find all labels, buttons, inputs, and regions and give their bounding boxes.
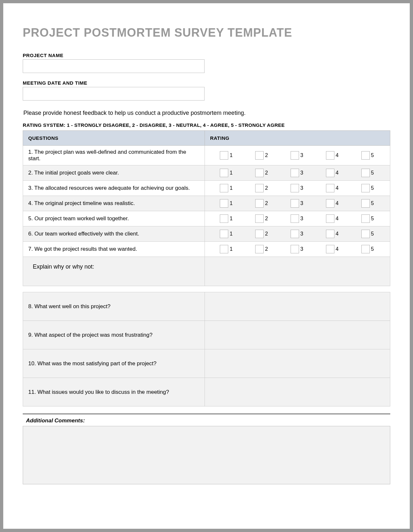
rating-option: 2: [255, 199, 269, 208]
rating-option: 4: [326, 184, 340, 192]
meeting-datetime-label: MEETING DATE AND TIME: [23, 80, 390, 86]
meeting-datetime-input[interactable]: [23, 87, 205, 101]
rating-checkbox[interactable]: [291, 184, 299, 192]
rating-checkbox[interactable]: [361, 245, 370, 253]
rating-number-label: 3: [300, 152, 304, 158]
table-row: 8. What went well on this project?: [23, 292, 390, 321]
question-text: 5. Our project team worked well together…: [23, 211, 205, 226]
open-questions-table: 8. What went well on this project?9. Wha…: [23, 292, 390, 406]
rating-checkbox[interactable]: [326, 245, 334, 253]
rating-option: 1: [220, 230, 233, 238]
rating-checkbox[interactable]: [361, 214, 370, 223]
rating-number-label: 3: [300, 231, 304, 237]
rating-checkbox[interactable]: [326, 184, 334, 192]
table-row: 6. Our team worked effectively with the …: [23, 226, 390, 242]
open-question-text: 9. What aspect of the project was most f…: [23, 321, 205, 349]
open-answer-cell[interactable]: [205, 349, 390, 378]
rating-number-label: 2: [265, 216, 269, 222]
rating-option: 4: [326, 199, 340, 208]
rating-checkbox[interactable]: [361, 151, 370, 160]
rating-checkbox[interactable]: [220, 230, 228, 238]
rating-number-label: 4: [336, 185, 340, 191]
rating-system-text: RATING SYSTEM: 1 - STRONGLY DISAGREE, 2 …: [23, 122, 390, 128]
question-text: 1. The project plan was well-defined and…: [23, 146, 205, 165]
additional-comments-label: Additional Comments:: [23, 414, 390, 426]
rating-option: 3: [291, 184, 304, 192]
project-name-label: PROJECT NAME: [23, 53, 390, 58]
rating-option: 1: [220, 214, 233, 223]
rating-number-label: 5: [371, 231, 375, 237]
project-name-input[interactable]: [23, 59, 205, 73]
question-text: 2. The initial project goals were clear.: [23, 165, 205, 181]
open-answer-cell[interactable]: [205, 321, 390, 349]
rating-number-label: 4: [336, 170, 340, 176]
rating-option: 2: [255, 151, 269, 160]
rating-checkbox[interactable]: [291, 169, 299, 177]
rating-option: 3: [291, 169, 304, 177]
open-answer-cell[interactable]: [205, 292, 390, 321]
rating-option: 2: [255, 230, 269, 238]
rating-checkbox[interactable]: [361, 184, 370, 192]
table-row: 1. The project plan was well-defined and…: [23, 146, 390, 165]
rating-checkbox[interactable]: [326, 214, 334, 223]
rating-checkbox[interactable]: [255, 230, 264, 238]
rating-option: 4: [326, 151, 340, 160]
rating-option: 4: [326, 169, 340, 177]
rating-checkbox[interactable]: [255, 214, 264, 223]
rating-checkbox[interactable]: [361, 199, 370, 208]
rating-checkbox[interactable]: [326, 169, 334, 177]
rating-checkbox[interactable]: [326, 151, 334, 160]
col-header-questions: QUESTIONS: [23, 131, 205, 146]
rating-checkbox[interactable]: [291, 230, 299, 238]
rating-option: 3: [291, 245, 304, 253]
rating-number-label: 1: [230, 200, 233, 206]
rating-checkbox[interactable]: [255, 199, 264, 208]
rating-number-label: 5: [371, 185, 375, 191]
rating-number-label: 4: [336, 216, 340, 222]
rating-number-label: 2: [265, 231, 269, 237]
rating-option: 3: [291, 230, 304, 238]
rating-option: 1: [220, 199, 233, 208]
rating-cell: 12345: [205, 242, 390, 257]
rating-option: 2: [255, 245, 269, 253]
additional-comments-input[interactable]: [23, 426, 390, 484]
rating-checkbox[interactable]: [255, 245, 264, 253]
rating-checkbox[interactable]: [255, 151, 264, 160]
rating-number-label: 4: [336, 246, 340, 252]
rating-checkbox[interactable]: [326, 230, 334, 238]
rating-number-label: 2: [265, 200, 269, 206]
rating-option: 2: [255, 184, 269, 192]
rating-checkbox[interactable]: [220, 184, 228, 192]
rating-checkbox[interactable]: [361, 230, 370, 238]
table-row: 3. The allocated resources were adequate…: [23, 181, 390, 196]
explain-label: Explain why or why not:: [23, 257, 205, 286]
rating-number-label: 3: [300, 170, 304, 176]
rating-checkbox[interactable]: [291, 245, 299, 253]
rating-option: 2: [255, 169, 269, 177]
rating-number-label: 3: [300, 200, 304, 206]
rating-number-label: 1: [230, 231, 233, 237]
open-answer-cell[interactable]: [205, 378, 390, 406]
rating-checkbox[interactable]: [326, 199, 334, 208]
rating-option: 5: [361, 151, 375, 160]
rating-checkbox[interactable]: [291, 199, 299, 208]
rating-cell: 12345: [205, 196, 390, 211]
rating-checkbox[interactable]: [361, 169, 370, 177]
rating-checkbox[interactable]: [255, 184, 264, 192]
rating-number-label: 3: [300, 185, 304, 191]
rating-option: 2: [255, 214, 269, 223]
rating-checkbox[interactable]: [220, 245, 228, 253]
rating-number-label: 5: [371, 246, 375, 252]
rating-checkbox[interactable]: [291, 151, 299, 160]
explain-answer-cell[interactable]: [205, 257, 390, 286]
rating-checkbox[interactable]: [220, 169, 228, 177]
rating-checkbox[interactable]: [255, 169, 264, 177]
rating-checkbox[interactable]: [220, 151, 228, 160]
rating-checkbox[interactable]: [220, 214, 228, 223]
rating-checkbox[interactable]: [291, 214, 299, 223]
open-question-text: 11. What issues would you like to discus…: [23, 378, 205, 406]
rating-checkbox[interactable]: [220, 199, 228, 208]
rating-questions-table: QUESTIONS RATING 1. The project plan was…: [23, 130, 390, 286]
rating-number-label: 1: [230, 216, 233, 222]
rating-number-label: 2: [265, 185, 269, 191]
